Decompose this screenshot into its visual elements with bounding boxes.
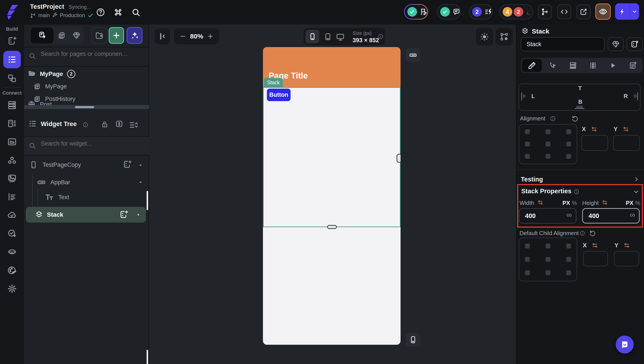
alignment-dot[interactable] <box>525 129 530 134</box>
alignment-dot[interactable] <box>525 270 530 275</box>
height-variable-icon[interactable] <box>601 199 608 206</box>
testing-expand-chevron-icon[interactable] <box>633 176 640 182</box>
stack-expand-caret-icon[interactable] <box>136 212 141 218</box>
alignment-dot[interactable] <box>566 270 571 275</box>
width-variable-icon[interactable] <box>537 199 544 206</box>
width-infinity-icon[interactable]: ∞ <box>566 211 572 218</box>
dca-x-input[interactable] <box>583 251 608 266</box>
alignment-dot[interactable] <box>546 154 550 159</box>
filter-components-tab[interactable] <box>69 27 84 44</box>
rail-database-tab[interactable] <box>6 98 19 112</box>
alerts-pill[interactable]: 4 2 <box>499 4 533 20</box>
padding-bottom-label[interactable]: B <box>578 98 582 105</box>
root-collapse-caret-icon[interactable] <box>138 162 143 169</box>
size-info-icon[interactable] <box>378 34 384 40</box>
app-bar-widget[interactable]: Page Title <box>263 47 401 87</box>
padding-right-label[interactable]: R <box>624 93 628 100</box>
filter-pages-tab[interactable] <box>54 27 69 44</box>
tree-appbar-row[interactable]: AppBar <box>37 178 70 187</box>
device-phone-tab[interactable] <box>306 30 319 43</box>
resize-handle-right[interactable] <box>397 154 401 163</box>
dca-y-variable-icon[interactable] <box>623 242 630 249</box>
environment-name[interactable]: Production <box>60 12 85 18</box>
stack-selection-outline[interactable] <box>263 87 401 227</box>
width-percent-unit[interactable]: % <box>572 200 577 206</box>
tree-root-row[interactable]: TestPageCopy <box>29 160 81 170</box>
filter-pages-and-components-tab[interactable] <box>31 27 54 44</box>
alignment-dot[interactable] <box>525 244 530 248</box>
branching-button[interactable] <box>538 4 552 19</box>
rail-tests-tab[interactable] <box>6 227 19 240</box>
support-chat-button[interactable] <box>616 336 634 354</box>
convert-to-component-button[interactable] <box>608 37 624 51</box>
rail-app-assets-tab[interactable] <box>6 172 19 185</box>
alignment-dot[interactable] <box>546 129 550 134</box>
rail-widget-tree-tab[interactable] <box>3 51 21 68</box>
padding-left-label[interactable]: L <box>531 93 535 100</box>
rail-media-assets-tab[interactable] <box>6 135 19 148</box>
help-button[interactable] <box>95 7 106 18</box>
alignment-dot[interactable] <box>525 154 530 159</box>
add-folder-button[interactable] <box>91 27 107 44</box>
zoom-in-button[interactable] <box>207 33 214 40</box>
widget-name-input[interactable] <box>521 37 604 51</box>
zoom-out-button[interactable] <box>179 33 186 40</box>
canvas-settings-button[interactable] <box>496 28 513 46</box>
alignment-dot[interactable] <box>566 257 571 262</box>
tab-documentation[interactable] <box>623 58 643 73</box>
default-child-alignment-reset-icon[interactable] <box>589 230 596 237</box>
alignment-dot[interactable] <box>566 244 571 248</box>
root-add-widget-icon[interactable] <box>123 160 132 169</box>
pages-search-input[interactable] <box>40 50 142 58</box>
tab-actions[interactable] <box>543 58 563 73</box>
light-mode-toggle-button[interactable] <box>476 28 493 46</box>
alignment-dot[interactable] <box>525 257 530 262</box>
padding-bottom-handle[interactable] <box>576 106 583 108</box>
alignment-dot[interactable] <box>525 142 530 146</box>
alignment-x-variable-icon[interactable] <box>590 126 597 133</box>
run-button[interactable] <box>615 3 639 20</box>
stack-properties-collapse-chevron-icon[interactable] <box>632 188 639 195</box>
rail-theme-tab[interactable] <box>6 264 19 277</box>
command-menu-button[interactable] <box>113 7 123 18</box>
run-menu-chevron-icon[interactable] <box>630 9 639 14</box>
page-folder-row[interactable]: MyPage 2 <box>28 70 75 78</box>
rail-collections-tab[interactable] <box>6 117 19 130</box>
tree-text-row[interactable]: Text <box>45 192 69 202</box>
alignment-dot[interactable] <box>546 257 550 262</box>
widget-search-input[interactable] <box>40 140 142 147</box>
widget-tree-info-icon[interactable] <box>82 122 89 128</box>
branch-name[interactable]: main <box>38 12 50 18</box>
rail-components-tab[interactable] <box>6 72 19 85</box>
width-px-unit[interactable]: PX <box>562 200 570 206</box>
ai-generate-page-button[interactable] <box>127 27 142 44</box>
flutterflow-logo-icon[interactable] <box>3 4 21 21</box>
tab-backend-query[interactable] <box>563 58 583 73</box>
padding-editor[interactable]: T L R B 0 0 <box>519 84 640 111</box>
tree-stack-row-selected[interactable]: Stack <box>26 207 146 222</box>
alignment-info-icon[interactable] <box>550 116 556 122</box>
device-tablet-tab[interactable] <box>324 32 332 41</box>
add-child-widget-button[interactable] <box>626 37 643 51</box>
lock-icon[interactable] <box>101 120 109 128</box>
default-child-alignment-info-icon[interactable] <box>579 230 585 236</box>
resize-handle-bottom[interactable] <box>327 225 337 229</box>
rail-custom-functions-tab[interactable] <box>6 190 19 203</box>
panel-resize-handle[interactable] <box>24 105 149 109</box>
testing-section-label[interactable]: Testing <box>521 176 543 183</box>
code-view-button[interactable] <box>557 4 571 19</box>
tab-generate-children[interactable] <box>583 58 603 73</box>
tab-animations[interactable] <box>603 58 623 73</box>
tree-scrollbar-thumb[interactable] <box>147 191 148 210</box>
comments-pill[interactable] <box>437 4 461 20</box>
alignment-dot[interactable] <box>546 142 550 146</box>
appbar-quick-select-button[interactable] <box>406 48 420 62</box>
dca-y-input[interactable] <box>614 251 639 266</box>
tab-properties[interactable] <box>522 59 542 72</box>
height-percent-unit[interactable]: % <box>635 200 640 206</box>
alignment-dot[interactable] <box>566 142 571 146</box>
collapse-tree-icon[interactable] <box>129 120 138 130</box>
panel-scrollbar-thumb[interactable] <box>147 350 148 364</box>
search-button[interactable] <box>131 7 141 18</box>
alignment-y-variable-icon[interactable] <box>622 126 629 133</box>
